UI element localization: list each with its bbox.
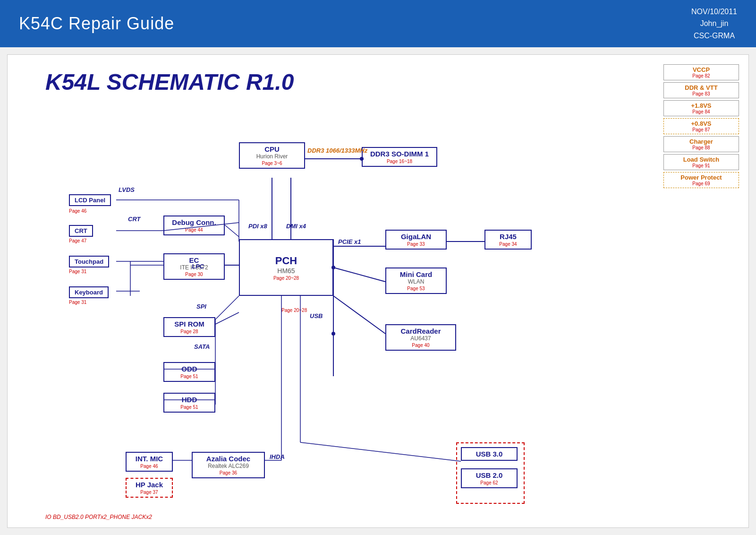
schematic-title: K54L SCHEMATIC R1.0: [45, 69, 294, 95]
hpjack-title: HP Jack: [130, 481, 168, 489]
cardreader-title: CardReader: [390, 327, 451, 335]
sata-label: SATA: [194, 343, 210, 350]
ddr3-title: DDR3 SO-DIMM 1: [366, 150, 433, 158]
lcd-panel-box[interactable]: LCD Panel: [69, 194, 111, 206]
panel-load-switch[interactable]: Load Switch Page 91: [663, 154, 739, 170]
usb-page-label: Page 20~28: [281, 308, 307, 313]
cpu-title: CPU: [244, 145, 300, 153]
rj45-box[interactable]: RJ45 Page 34: [484, 230, 532, 250]
crt-page: Page 47: [69, 238, 86, 243]
pch-page: Page 20~28: [273, 276, 299, 281]
header-title: K54C Repair Guide: [19, 14, 174, 34]
svg-line-18: [215, 312, 239, 324]
ddr3speed-label: DDR3 1066/1333MHz: [307, 147, 367, 154]
intmic-box[interactable]: INT. MIC Page 46: [126, 452, 173, 472]
hpjack-box[interactable]: HP Jack Page 37: [126, 478, 173, 498]
pdi-label: PDI x8: [248, 223, 267, 230]
svg-point-30: [331, 332, 335, 336]
panel-load-switch-label: Load Switch: [668, 156, 735, 163]
usb-group-outline: [456, 442, 525, 504]
svg-line-8: [225, 225, 239, 237]
panel-ddr-vtt[interactable]: DDR & VTT Page 83: [663, 82, 739, 98]
odd-page: Page 51: [168, 374, 211, 379]
svg-line-19: [215, 296, 239, 319]
panel-0v8-page: Page 87: [668, 127, 735, 132]
keyboard-page: Page 31: [69, 300, 86, 305]
hdd-title: HDD: [168, 396, 211, 404]
panel-power-protect[interactable]: Power Protect Page 69: [663, 172, 739, 188]
header-author: John_jin: [691, 17, 737, 30]
azalia-title: Azalia Codec: [196, 455, 260, 463]
intmic-title: INT. MIC: [130, 455, 168, 463]
rj45-page: Page 34: [489, 242, 527, 247]
panel-vccp-page: Page 82: [668, 73, 735, 78]
usb-label: USB: [310, 312, 323, 319]
cardreader-page: Page 40: [390, 343, 451, 348]
panel-1v8[interactable]: +1.8VS Page 84: [663, 100, 739, 116]
panel-ddr-page: Page 83: [668, 91, 735, 96]
header-info: NOV/10/2011 John_jin CSC-GRMA: [691, 6, 737, 42]
minicard-box[interactable]: Mini Card WLAN Page 53: [385, 268, 447, 294]
main-content: K54L SCHEMATIC R1.0 VCCP Page 82 DDR & V…: [7, 54, 749, 528]
keyboard-box[interactable]: Keyboard: [69, 286, 109, 298]
sidebar-panels: VCCP Page 82 DDR & VTT Page 83 +1.8VS Pa…: [663, 64, 739, 188]
intmic-page: Page 46: [130, 464, 168, 469]
giga-box[interactable]: GigaLAN Page 33: [385, 230, 447, 250]
odd-title: ODD: [168, 365, 211, 373]
pch-box[interactable]: PCH HM65 Page 20~28: [239, 239, 333, 296]
panel-charger-label: Charger: [668, 138, 735, 145]
minicard-page: Page 53: [390, 286, 442, 291]
dmi-label: DMI x4: [286, 223, 306, 230]
header-org: CSC-GRMA: [691, 30, 737, 42]
hdd-box[interactable]: HDD Page 51: [163, 393, 215, 413]
crt-box[interactable]: CRT: [69, 225, 93, 237]
crt-label: CRT: [128, 216, 140, 223]
azalia-box[interactable]: Azalia Codec Realtek ALC269 Page 36: [192, 452, 265, 478]
panel-1v8-label: +1.8VS: [668, 102, 735, 109]
panel-1v8-page: Page 84: [668, 109, 735, 114]
touchpad-page: Page 31: [69, 269, 86, 274]
io-label: IO BD_USB2.0 PORTx2_PHONE JACKx2: [45, 514, 152, 520]
svg-line-6: [333, 296, 385, 334]
azalia-page: Page 36: [196, 470, 260, 475]
spirom-box[interactable]: SPI ROM Page 28: [163, 317, 215, 337]
debug-page: Page 44: [168, 227, 220, 233]
connector-lines: [8, 55, 748, 527]
cardreader-sub: AU6437: [390, 335, 451, 342]
cpu-sub: Hurion River: [244, 153, 300, 160]
touchpad-box[interactable]: Touchpad: [69, 256, 109, 268]
panel-charger-page: Page 88: [668, 145, 735, 150]
odd-box[interactable]: ODD Page 51: [163, 362, 215, 382]
cpu-box[interactable]: CPU Hurion River Page 3~6: [239, 142, 305, 169]
cpu-page: Page 3~6: [244, 161, 300, 166]
azalia-sub: Realtek ALC269: [196, 463, 260, 469]
panel-vccp[interactable]: VCCP Page 82: [663, 64, 739, 80]
panel-power-protect-label: Power Protect: [668, 174, 735, 181]
giga-page: Page 33: [390, 242, 442, 247]
svg-line-24: [300, 442, 461, 461]
cardreader-box[interactable]: CardReader AU6437 Page 40: [385, 324, 456, 351]
lpc-label: LPC: [192, 263, 204, 270]
panel-0v8[interactable]: +0.8VS Page 87: [663, 118, 739, 134]
pch-sub: HM65: [277, 267, 295, 275]
panel-charger[interactable]: Charger Page 88: [663, 136, 739, 152]
panel-power-protect-page: Page 69: [668, 181, 735, 186]
debug-title: Debug Conn.: [168, 218, 220, 226]
panel-0v8-label: +0.8VS: [668, 120, 735, 127]
header-date: NOV/10/2011: [691, 6, 737, 18]
lvds-label: LVDS: [119, 186, 135, 193]
spi-label: SPI: [196, 303, 206, 310]
debug-box[interactable]: Debug Conn. Page 44: [163, 216, 225, 235]
header: K54C Repair Guide NOV/10/2011 John_jin C…: [0, 0, 756, 47]
rj45-title: RJ45: [489, 233, 527, 241]
giga-title: GigaLAN: [390, 233, 442, 241]
pch-title: PCH: [275, 255, 297, 267]
pcie-label: PCIE x1: [338, 238, 361, 245]
ec-page: Page 30: [168, 272, 220, 277]
ihda-label: IHDA: [270, 453, 285, 460]
ddr3-box[interactable]: DDR3 SO-DIMM 1 Page 16~18: [362, 147, 437, 167]
panel-load-switch-page: Page 91: [668, 163, 735, 168]
hdd-page: Page 51: [168, 405, 211, 410]
panel-ddr-label: DDR & VTT: [668, 84, 735, 91]
ddr3-page: Page 16~18: [366, 159, 433, 164]
